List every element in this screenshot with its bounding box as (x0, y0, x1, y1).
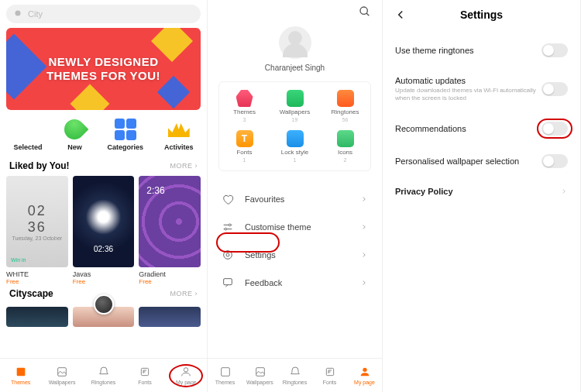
section-liked: Liked by You! MORE › (0, 157, 207, 176)
svg-point-14 (363, 368, 366, 372)
category-row: Selected New Categories Activites (0, 115, 207, 157)
top-bar (208, 0, 382, 23)
svg-point-0 (15, 11, 21, 16)
tab-ringtones[interactable]: Ringtones (83, 359, 124, 392)
section-title: Liked by You! (9, 160, 70, 171)
svg-rect-12 (256, 368, 264, 377)
menu-list: Favourites Customise theme Settings Feed… (208, 185, 382, 297)
mypage-icon (180, 366, 192, 378)
row-personalised-wallpaper[interactable]: Personalised wallpaper selection (383, 145, 580, 177)
gear-icon (222, 249, 234, 261)
tab-fonts[interactable]: Fonts (124, 359, 165, 392)
search-input[interactable]: City (6, 5, 201, 23)
feedback-icon (222, 277, 234, 289)
settings-pane: Settings Use theme ringtones Automatic u… (383, 0, 581, 392)
mypage-pane: Charanjeet Singh Themes3 Wallpapers19 Ri… (208, 0, 383, 392)
stat-icons[interactable]: Icons2 (320, 130, 370, 163)
header: Settings (383, 0, 580, 34)
section-title: Cityscape (9, 288, 53, 299)
promo-banner[interactable]: NEWLY DESIGNED THEMES FOR YOU! (6, 28, 201, 110)
menu-feedback[interactable]: Feedback (208, 269, 382, 297)
page-title: Settings (407, 9, 555, 21)
more-link[interactable]: MORE › (170, 162, 198, 170)
row-auto-updates[interactable]: Automatic updatesUpdate downloaded theme… (383, 67, 580, 112)
theme-card[interactable] (6, 307, 68, 327)
toggle[interactable] (541, 82, 568, 96)
stat-ringtones[interactable]: Ringtones56 (320, 90, 370, 122)
svg-point-8 (224, 251, 232, 260)
ringtones-icon (98, 366, 110, 378)
row-privacy-policy[interactable]: Privacy Policy (383, 177, 580, 205)
theme-list: 0236Tuesday, 23 OctoberWin in WHITE Free… (0, 176, 207, 285)
back-icon[interactable] (394, 8, 407, 22)
chevron-right-icon (360, 251, 368, 259)
cat-new[interactable]: New (63, 118, 86, 151)
fonts-icon (139, 366, 151, 378)
theme-card[interactable]: Gradient Free (139, 176, 201, 285)
chevron-right-icon (360, 279, 368, 287)
themes-icon (219, 366, 232, 378)
avatar[interactable] (279, 26, 311, 59)
cat-selected[interactable]: Selected (13, 118, 42, 151)
menu-customise[interactable]: Customise theme (208, 213, 382, 241)
fonts-icon (324, 366, 336, 378)
tab-ringtones[interactable]: Ringtones (277, 359, 312, 392)
mypage-icon (359, 366, 371, 378)
username: Charanjeet Singh (208, 64, 382, 72)
stat-themes[interactable]: Themes3 (219, 90, 270, 122)
chevron-right-icon (360, 223, 368, 231)
tab-wallpapers[interactable]: Wallpapers (242, 359, 277, 392)
sliders-icon (222, 221, 234, 233)
tab-mypage[interactable]: My page (347, 359, 382, 392)
menu-favourites[interactable]: Favourites (208, 185, 382, 213)
cat-categories[interactable]: Categories (107, 118, 143, 151)
search-icon[interactable] (359, 5, 371, 18)
toggle[interactable] (541, 43, 568, 57)
row-recommendations[interactable]: Recommendations (383, 112, 580, 145)
svg-rect-2 (58, 368, 67, 377)
tab-fonts[interactable]: Fonts (312, 359, 347, 392)
stat-wallpapers[interactable]: Wallpapers19 (270, 90, 320, 122)
scroll-top-button[interactable] (94, 294, 114, 315)
search-placeholder: City (28, 9, 43, 19)
wallpapers-icon (56, 366, 68, 378)
chevron-right-icon (560, 187, 568, 195)
svg-point-5 (360, 7, 367, 14)
svg-point-6 (229, 224, 231, 226)
themes-icon (15, 366, 27, 378)
svg-point-4 (184, 368, 188, 372)
tab-themes[interactable]: Themes (0, 359, 41, 392)
tab-mypage[interactable]: My page (166, 359, 207, 392)
toggle[interactable] (541, 154, 568, 168)
heart-icon (222, 193, 234, 205)
svg-rect-10 (224, 279, 232, 285)
chevron-right-icon (360, 195, 368, 203)
wallpapers-icon (254, 366, 266, 378)
theme-card[interactable]: Javas Free (73, 176, 135, 285)
search-icon (14, 9, 23, 19)
bottom-nav: Themes Wallpapers Ringtones Fonts My pag… (0, 358, 207, 392)
svg-point-9 (226, 253, 229, 256)
bottom-nav: Themes Wallpapers Ringtones Fonts My pag… (208, 358, 382, 392)
tab-wallpapers[interactable]: Wallpapers (41, 359, 82, 392)
svg-rect-1 (16, 368, 25, 377)
themes-home-pane: City NEWLY DESIGNED THEMES FOR YOU! Sele… (0, 0, 208, 392)
stats-card: Themes3 Wallpapers19 Ringtones56 TFonts1… (218, 81, 371, 171)
stat-lockstyle[interactable]: Lock style1 (270, 130, 320, 163)
row-theme-ringtones[interactable]: Use theme ringtones (383, 34, 580, 67)
menu-settings[interactable]: Settings (208, 241, 382, 269)
svg-point-7 (225, 228, 227, 230)
more-link[interactable]: MORE › (170, 290, 198, 297)
banner-text: NEWLY DESIGNED THEMES FOR YOU! (46, 55, 160, 83)
theme-card[interactable]: 0236Tuesday, 23 OctoberWin in WHITE Free (6, 176, 68, 285)
theme-card[interactable] (139, 307, 201, 327)
ringtones-icon (289, 366, 301, 378)
cat-activities[interactable]: Activites (164, 118, 194, 151)
stat-fonts[interactable]: TFonts1 (219, 130, 270, 163)
svg-rect-11 (221, 368, 229, 377)
toggle[interactable] (541, 122, 568, 136)
tab-themes[interactable]: Themes (208, 359, 242, 392)
